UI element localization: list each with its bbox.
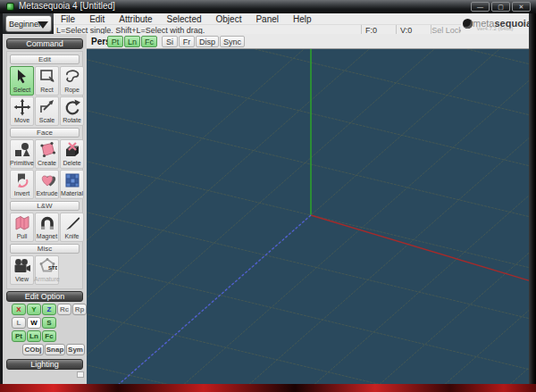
tool-invert[interactable]: Invert	[10, 170, 34, 199]
extrude-icon	[38, 171, 57, 189]
svg-text:STD: STD	[48, 265, 57, 271]
tool-pull[interactable]: Pull	[10, 213, 34, 242]
tool-delete[interactable]: Delete	[60, 139, 84, 169]
scale-icon	[38, 98, 57, 116]
tool-rotate[interactable]: Rotate	[60, 96, 84, 126]
toggle-fr[interactable]: Fr	[179, 36, 195, 47]
close-button[interactable]: ✕	[512, 2, 531, 12]
toggle-points[interactable]: Pt	[107, 36, 123, 47]
material-icon	[63, 171, 82, 189]
maximize-button[interactable]: ▢	[491, 2, 510, 12]
edit-fc-button[interactable]: Fc	[42, 330, 56, 342]
movie-camera-icon	[13, 257, 32, 275]
group-lw-header[interactable]: L&W	[10, 201, 80, 211]
hint-bar: L=Select single. Shift+L=Select with dra…	[54, 24, 529, 34]
sym-button[interactable]: Sym	[66, 344, 85, 355]
tool-rect[interactable]: Rect	[35, 66, 59, 96]
menu-help[interactable]: Help	[286, 14, 319, 24]
armature-icon: STD	[38, 257, 57, 275]
command-panel: Command Edit Select Rect Rope Move	[3, 34, 87, 384]
snap-button[interactable]: Snap	[45, 344, 65, 355]
local-coord-button[interactable]: L	[12, 317, 26, 329]
rc-button[interactable]: Rc	[57, 304, 71, 315]
invert-icon	[13, 171, 32, 189]
pull-icon	[13, 214, 32, 232]
axis-y-button[interactable]: Y	[27, 304, 41, 315]
title-bar: Metasequoia 4 [Untitled] — ▢ ✕	[0, 0, 536, 13]
toggle-faces[interactable]: Fc	[141, 36, 157, 47]
tool-view[interactable]: View	[10, 255, 34, 285]
select-icon	[13, 68, 32, 86]
tool-material[interactable]: Material	[60, 170, 84, 199]
chevron-down-icon	[38, 21, 48, 29]
group-face-header[interactable]: Face	[10, 128, 80, 138]
edit-pt-button[interactable]: Pt	[12, 330, 26, 342]
tool-move[interactable]: Move	[10, 96, 34, 126]
mode-selector-area: Beginner	[3, 13, 54, 34]
toggle-si[interactable]: Si	[162, 36, 178, 47]
mode-dropdown-value: Beginner	[9, 20, 41, 29]
tool-select[interactable]: Select	[10, 66, 34, 96]
toggle-disp[interactable]: Disp	[196, 36, 219, 47]
world-coord-button[interactable]: W	[27, 317, 41, 329]
tool-armature[interactable]: STD Armature	[35, 255, 59, 285]
magnet-icon	[38, 214, 57, 232]
version-label: Ver4.7.2 (64bit)	[461, 26, 529, 31]
viewport-3d[interactable]	[87, 49, 529, 384]
tool-primitive[interactable]: Primitive	[10, 139, 34, 169]
tool-extrude[interactable]: Extrude	[35, 170, 59, 199]
move-icon	[13, 98, 32, 116]
minimize-button[interactable]: —	[471, 2, 490, 12]
lighting-header[interactable]: Lighting	[6, 359, 83, 370]
viewport-canvas	[87, 49, 529, 384]
menu-file[interactable]: File	[54, 14, 82, 24]
menu-bar: File Edit Attribute Selected Object Pane…	[54, 13, 529, 24]
group-misc-header[interactable]: Misc	[10, 244, 80, 254]
command-panel-header[interactable]: Command	[6, 38, 83, 49]
panel-resize-grip[interactable]	[77, 371, 84, 378]
tool-create[interactable]: Create	[35, 139, 59, 169]
app-icon	[6, 3, 14, 11]
rope-select-icon	[63, 68, 82, 86]
menu-attribute[interactable]: Attribute	[112, 14, 159, 24]
rect-select-icon	[38, 68, 57, 86]
toggle-sync[interactable]: Sync	[220, 36, 245, 47]
create-face-icon	[38, 141, 57, 159]
mode-dropdown[interactable]: Beginner	[5, 15, 52, 32]
delete-face-icon	[63, 141, 82, 159]
tool-scale[interactable]: Scale	[35, 96, 59, 126]
menu-object[interactable]: Object	[209, 14, 249, 24]
toggle-lines[interactable]: Ln	[124, 36, 140, 47]
app-window: Metasequoia 4 [Untitled] — ▢ ✕ Beginner …	[0, 0, 536, 392]
group-edit-header[interactable]: Edit	[10, 54, 80, 64]
view-toolbar: Pers Pt Ln Fc Si Fr Disp Sync	[87, 34, 529, 49]
rotate-icon	[63, 98, 82, 116]
axis-z-button[interactable]: Z	[42, 304, 56, 315]
tool-knife[interactable]: Knife	[60, 213, 84, 242]
screen-coord-button[interactable]: S	[42, 317, 56, 329]
cobj-button[interactable]: CObj	[22, 344, 44, 355]
knife-icon	[63, 214, 82, 232]
primitive-icon	[13, 141, 32, 159]
edit-option-header[interactable]: Edit Option	[6, 291, 83, 302]
tool-rope[interactable]: Rope	[60, 66, 84, 96]
window-title: Metasequoia 4 [Untitled]	[19, 1, 115, 11]
command-panel-body: Edit Select Rect Rope Move	[6, 51, 83, 289]
window-right-border	[529, 13, 536, 392]
menu-selected[interactable]: Selected	[160, 14, 209, 24]
rp-button[interactable]: Rp	[72, 304, 87, 315]
menu-edit[interactable]: Edit	[82, 14, 112, 24]
tool-magnet[interactable]: Magnet	[35, 213, 59, 242]
window-bottom-border	[0, 384, 536, 392]
edit-ln-button[interactable]: Ln	[27, 330, 41, 342]
axis-x-button[interactable]: X	[12, 304, 26, 315]
menu-panel[interactable]: Panel	[248, 14, 286, 24]
